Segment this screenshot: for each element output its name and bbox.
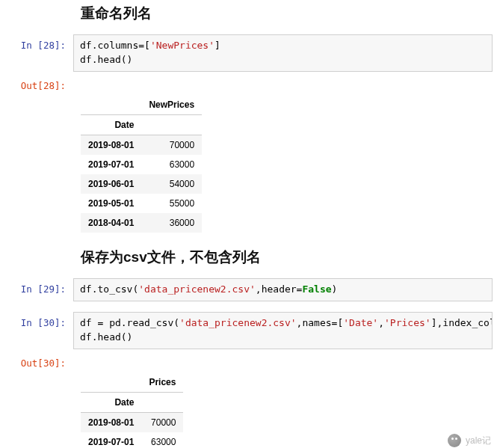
table-row: 2019-07-0163000 <box>81 432 183 448</box>
row-value: 70000 <box>141 413 183 433</box>
code-28[interactable]: df.columns=['NewPrices'] df.head() <box>73 34 493 72</box>
table-row: 2019-08-0170000 <box>81 413 183 433</box>
row-value: 55000 <box>141 194 202 213</box>
code-bool: False <box>302 283 331 295</box>
row-index: 2019-05-01 <box>81 194 141 213</box>
table-row: 2019-05-0155000 <box>81 194 202 213</box>
prompt-out-28: Out[28]: <box>0 75 73 93</box>
row-index: 2019-07-01 <box>81 432 141 448</box>
heading-save-csv: 保存为csv文件，不包含列名 <box>81 248 497 267</box>
code-text: ) <box>332 283 338 295</box>
table-row: 2018-04-0136000 <box>81 213 202 233</box>
table-row: 2019-07-0163000 <box>81 155 202 174</box>
watermark: yale记 <box>448 434 491 447</box>
blank <box>141 393 183 413</box>
row-index: 2018-04-01 <box>81 213 141 233</box>
spacer <box>0 304 497 312</box>
code-string: 'Date' <box>343 317 378 328</box>
heading-rename-columns: 重命名列名 <box>81 4 497 23</box>
code-string: 'Prices' <box>384 317 431 328</box>
notebook: 重命名列名 In [28]: df.columns=['NewPrices'] … <box>0 4 497 448</box>
blank <box>141 115 202 135</box>
prompt-in-30: In [30]: <box>0 312 73 330</box>
row-index: 2019-07-01 <box>81 155 141 174</box>
cell-29-input: In [29]: df.to_csv('data_pricenew2.csv',… <box>0 278 497 301</box>
row-value: 63000 <box>141 432 183 448</box>
code-text: df.columns=[ <box>80 40 150 51</box>
cell-28-input: In [28]: df.columns=['NewPrices'] df.hea… <box>0 34 497 72</box>
row-value: 63000 <box>141 155 202 174</box>
col-header: NewPrices <box>141 95 202 115</box>
output-30: Prices Date 2019-08-0170000 2019-07-0163… <box>0 372 497 448</box>
dataframe-28: NewPrices Date 2019-08-0170000 2019-07-0… <box>81 95 202 233</box>
code-29[interactable]: df.to_csv('data_pricenew2.csv',header=Fa… <box>73 278 493 301</box>
row-index: 2019-06-01 <box>81 174 141 194</box>
cell-28-output-prompt: Out[28]: <box>0 75 497 93</box>
table-row: 2019-08-0170000 <box>81 135 202 156</box>
table-row: 2019-06-0154000 <box>81 174 202 194</box>
prompt-out-30: Out[30]: <box>0 352 73 370</box>
code-text: df.to_csv( <box>80 283 138 295</box>
row-value: 70000 <box>141 135 202 156</box>
index-name: Date <box>81 393 141 413</box>
row-value: 36000 <box>141 213 202 233</box>
wechat-icon <box>448 434 461 447</box>
row-index: 2019-08-01 <box>81 413 141 433</box>
prompt-in-28: In [28]: <box>0 34 73 52</box>
output-28: NewPrices Date 2019-08-0170000 2019-07-0… <box>0 95 497 233</box>
cell-30-output-prompt: Out[30]: <box>0 352 497 370</box>
cell-30-input: In [30]: df = pd.read_csv('data_pricenew… <box>0 312 497 349</box>
code-text: ,names=[ <box>297 317 344 328</box>
code-string: 'data_pricenew2.csv' <box>138 283 256 295</box>
prompt-in-29: In [29]: <box>0 278 73 296</box>
code-30[interactable]: df = pd.read_csv('data_pricenew2.csv',na… <box>73 312 493 349</box>
code-text: ,header= <box>256 283 303 295</box>
row-value: 54000 <box>141 174 202 194</box>
index-name: Date <box>81 115 141 135</box>
watermark-text: yale记 <box>466 435 491 447</box>
blank-corner <box>81 372 141 393</box>
col-header: Prices <box>141 372 183 393</box>
code-string: 'NewPrices' <box>150 40 214 51</box>
blank-corner <box>81 95 141 115</box>
code-text: df = pd.read_csv( <box>80 317 179 328</box>
row-index: 2019-08-01 <box>81 135 141 156</box>
code-text: , <box>378 317 384 328</box>
dataframe-30: Prices Date 2019-08-0170000 2019-07-0163… <box>81 372 183 448</box>
code-string: 'data_pricenew2.csv' <box>179 317 297 328</box>
